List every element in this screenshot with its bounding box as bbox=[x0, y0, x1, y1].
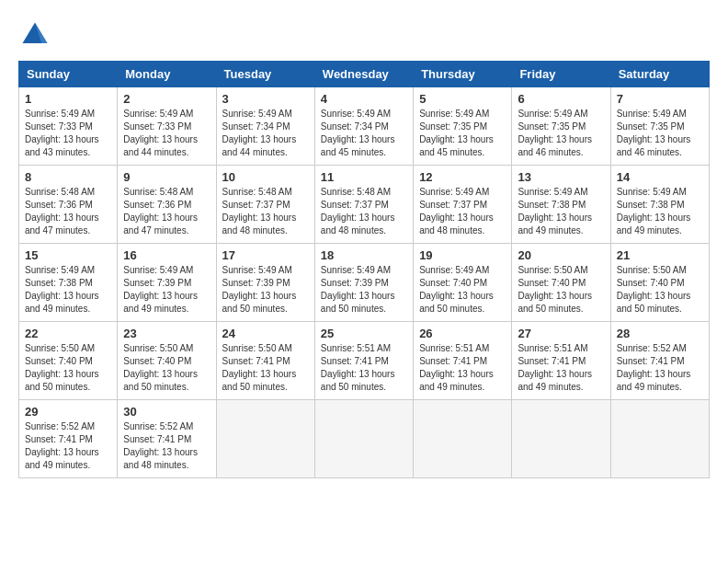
day-info: Sunrise: 5:51 AM Sunset: 7:41 PM Dayligh… bbox=[321, 342, 407, 394]
col-header-thursday: Thursday bbox=[414, 62, 512, 87]
calendar-cell: 26Sunrise: 5:51 AM Sunset: 7:41 PM Dayli… bbox=[414, 322, 512, 400]
calendar-cell: 10Sunrise: 5:48 AM Sunset: 7:37 PM Dayli… bbox=[216, 166, 314, 244]
day-info: Sunrise: 5:51 AM Sunset: 7:41 PM Dayligh… bbox=[419, 342, 506, 394]
day-info: Sunrise: 5:50 AM Sunset: 7:40 PM Dayligh… bbox=[617, 264, 703, 316]
day-number: 5 bbox=[419, 92, 506, 106]
calendar-cell: 20Sunrise: 5:50 AM Sunset: 7:40 PM Dayli… bbox=[512, 244, 610, 322]
day-number: 14 bbox=[617, 170, 703, 184]
calendar-cell bbox=[610, 400, 709, 478]
day-info: Sunrise: 5:49 AM Sunset: 7:34 PM Dayligh… bbox=[222, 108, 309, 159]
day-number: 12 bbox=[419, 170, 506, 184]
day-info: Sunrise: 5:49 AM Sunset: 7:39 PM Dayligh… bbox=[321, 264, 407, 316]
logo bbox=[18, 18, 57, 52]
day-number: 18 bbox=[321, 248, 407, 262]
day-number: 27 bbox=[518, 327, 604, 340]
calendar-cell: 18Sunrise: 5:49 AM Sunset: 7:39 PM Dayli… bbox=[314, 244, 413, 322]
day-info: Sunrise: 5:48 AM Sunset: 7:36 PM Dayligh… bbox=[25, 186, 111, 237]
col-header-tuesday: Tuesday bbox=[216, 62, 314, 87]
day-number: 1 bbox=[25, 92, 111, 106]
calendar-cell bbox=[414, 400, 512, 478]
calendar-cell: 22Sunrise: 5:50 AM Sunset: 7:40 PM Dayli… bbox=[19, 322, 118, 400]
day-number: 4 bbox=[321, 92, 407, 106]
calendar-cell: 30Sunrise: 5:52 AM Sunset: 7:41 PM Dayli… bbox=[118, 400, 216, 478]
day-info: Sunrise: 5:49 AM Sunset: 7:38 PM Dayligh… bbox=[518, 186, 604, 237]
day-info: Sunrise: 5:48 AM Sunset: 7:37 PM Dayligh… bbox=[222, 186, 309, 237]
calendar-cell: 27Sunrise: 5:51 AM Sunset: 7:41 PM Dayli… bbox=[512, 322, 610, 400]
col-header-saturday: Saturday bbox=[610, 62, 709, 87]
calendar-cell: 11Sunrise: 5:48 AM Sunset: 7:37 PM Dayli… bbox=[314, 166, 413, 244]
day-number: 16 bbox=[123, 248, 210, 262]
day-number: 15 bbox=[25, 248, 111, 262]
calendar-cell: 28Sunrise: 5:52 AM Sunset: 7:41 PM Dayli… bbox=[610, 322, 709, 400]
day-number: 19 bbox=[419, 248, 506, 262]
calendar-cell: 29Sunrise: 5:52 AM Sunset: 7:41 PM Dayli… bbox=[19, 400, 118, 478]
day-number: 17 bbox=[222, 248, 309, 262]
day-number: 29 bbox=[25, 405, 111, 419]
calendar-cell: 6Sunrise: 5:49 AM Sunset: 7:35 PM Daylig… bbox=[512, 87, 610, 166]
logo-icon bbox=[18, 18, 51, 52]
day-info: Sunrise: 5:48 AM Sunset: 7:37 PM Dayligh… bbox=[321, 186, 407, 237]
day-info: Sunrise: 5:49 AM Sunset: 7:35 PM Dayligh… bbox=[518, 108, 604, 159]
day-number: 6 bbox=[518, 92, 604, 106]
calendar-cell: 12Sunrise: 5:49 AM Sunset: 7:37 PM Dayli… bbox=[414, 166, 512, 244]
day-info: Sunrise: 5:49 AM Sunset: 7:35 PM Dayligh… bbox=[617, 108, 703, 159]
day-number: 21 bbox=[617, 248, 703, 262]
day-info: Sunrise: 5:49 AM Sunset: 7:40 PM Dayligh… bbox=[419, 264, 506, 316]
day-number: 20 bbox=[518, 248, 604, 262]
calendar-cell: 13Sunrise: 5:49 AM Sunset: 7:38 PM Dayli… bbox=[512, 166, 610, 244]
calendar-cell: 21Sunrise: 5:50 AM Sunset: 7:40 PM Dayli… bbox=[610, 244, 709, 322]
day-number: 24 bbox=[222, 327, 309, 340]
page-header bbox=[18, 18, 710, 52]
day-info: Sunrise: 5:49 AM Sunset: 7:37 PM Dayligh… bbox=[419, 186, 506, 237]
calendar-cell: 14Sunrise: 5:49 AM Sunset: 7:38 PM Dayli… bbox=[610, 166, 709, 244]
day-info: Sunrise: 5:48 AM Sunset: 7:36 PM Dayligh… bbox=[123, 186, 210, 237]
day-info: Sunrise: 5:52 AM Sunset: 7:41 PM Dayligh… bbox=[25, 420, 111, 472]
day-number: 8 bbox=[25, 170, 111, 184]
day-number: 25 bbox=[321, 327, 407, 340]
day-info: Sunrise: 5:50 AM Sunset: 7:40 PM Dayligh… bbox=[123, 342, 210, 394]
col-header-sunday: Sunday bbox=[19, 62, 118, 87]
calendar-cell bbox=[314, 400, 413, 478]
day-number: 2 bbox=[123, 92, 210, 106]
day-info: Sunrise: 5:49 AM Sunset: 7:35 PM Dayligh… bbox=[419, 108, 506, 159]
calendar-cell: 16Sunrise: 5:49 AM Sunset: 7:39 PM Dayli… bbox=[118, 244, 216, 322]
day-number: 26 bbox=[419, 327, 506, 340]
day-info: Sunrise: 5:49 AM Sunset: 7:38 PM Dayligh… bbox=[617, 186, 703, 237]
calendar-table: SundayMondayTuesdayWednesdayThursdayFrid… bbox=[18, 61, 710, 478]
calendar-cell: 19Sunrise: 5:49 AM Sunset: 7:40 PM Dayli… bbox=[414, 244, 512, 322]
day-info: Sunrise: 5:52 AM Sunset: 7:41 PM Dayligh… bbox=[123, 420, 210, 472]
day-info: Sunrise: 5:50 AM Sunset: 7:40 PM Dayligh… bbox=[25, 342, 111, 394]
day-info: Sunrise: 5:50 AM Sunset: 7:41 PM Dayligh… bbox=[222, 342, 309, 394]
calendar-cell: 4Sunrise: 5:49 AM Sunset: 7:34 PM Daylig… bbox=[314, 87, 413, 166]
day-info: Sunrise: 5:52 AM Sunset: 7:41 PM Dayligh… bbox=[617, 342, 703, 394]
day-info: Sunrise: 5:49 AM Sunset: 7:39 PM Dayligh… bbox=[123, 264, 210, 316]
calendar-cell: 15Sunrise: 5:49 AM Sunset: 7:38 PM Dayli… bbox=[19, 244, 118, 322]
calendar-cell: 23Sunrise: 5:50 AM Sunset: 7:40 PM Dayli… bbox=[118, 322, 216, 400]
calendar-cell: 7Sunrise: 5:49 AM Sunset: 7:35 PM Daylig… bbox=[610, 87, 709, 166]
day-info: Sunrise: 5:49 AM Sunset: 7:34 PM Dayligh… bbox=[321, 108, 407, 159]
day-info: Sunrise: 5:49 AM Sunset: 7:39 PM Dayligh… bbox=[222, 264, 309, 316]
day-number: 22 bbox=[25, 327, 111, 340]
calendar-cell bbox=[512, 400, 610, 478]
calendar-cell bbox=[216, 400, 314, 478]
col-header-friday: Friday bbox=[512, 62, 610, 87]
col-header-monday: Monday bbox=[118, 62, 216, 87]
day-info: Sunrise: 5:50 AM Sunset: 7:40 PM Dayligh… bbox=[518, 264, 604, 316]
day-number: 11 bbox=[321, 170, 407, 184]
calendar-cell: 17Sunrise: 5:49 AM Sunset: 7:39 PM Dayli… bbox=[216, 244, 314, 322]
calendar-cell: 9Sunrise: 5:48 AM Sunset: 7:36 PM Daylig… bbox=[118, 166, 216, 244]
day-number: 7 bbox=[617, 92, 703, 106]
calendar-cell: 24Sunrise: 5:50 AM Sunset: 7:41 PM Dayli… bbox=[216, 322, 314, 400]
day-info: Sunrise: 5:51 AM Sunset: 7:41 PM Dayligh… bbox=[518, 342, 604, 394]
day-number: 3 bbox=[222, 92, 309, 106]
calendar-cell: 3Sunrise: 5:49 AM Sunset: 7:34 PM Daylig… bbox=[216, 87, 314, 166]
calendar-cell: 5Sunrise: 5:49 AM Sunset: 7:35 PM Daylig… bbox=[414, 87, 512, 166]
day-number: 30 bbox=[123, 405, 210, 419]
day-number: 10 bbox=[222, 170, 309, 184]
calendar-cell: 2Sunrise: 5:49 AM Sunset: 7:33 PM Daylig… bbox=[118, 87, 216, 166]
day-info: Sunrise: 5:49 AM Sunset: 7:33 PM Dayligh… bbox=[123, 108, 210, 159]
day-info: Sunrise: 5:49 AM Sunset: 7:33 PM Dayligh… bbox=[25, 108, 111, 159]
calendar-cell: 8Sunrise: 5:48 AM Sunset: 7:36 PM Daylig… bbox=[19, 166, 118, 244]
day-number: 13 bbox=[518, 170, 604, 184]
col-header-wednesday: Wednesday bbox=[314, 62, 413, 87]
